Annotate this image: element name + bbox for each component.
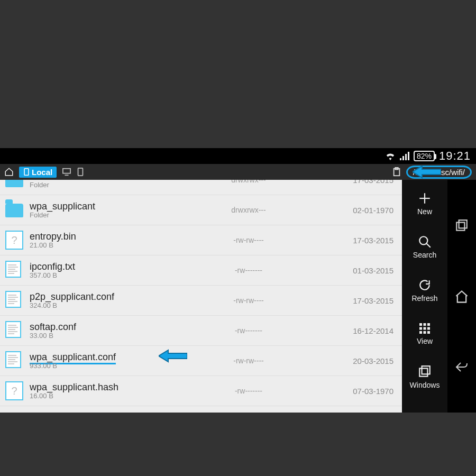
wifi-icon [385,152,396,160]
file-name: entropy.bin [30,231,167,242]
new-button[interactable]: New [402,183,447,224]
home-nav-icon[interactable] [454,289,469,304]
svg-rect-25 [424,331,426,334]
home-icon[interactable] [4,167,14,177]
file-meta: 16.00 B [30,392,167,400]
file-permissions: -rw-rw---- [167,296,330,305]
file-list[interactable]: socketsFolderdrwxrwx---17-03-2015wpa_sup… [0,180,402,413]
file-row[interactable]: wpa_supplicant.conf933.00 B-rw-rw----20-… [0,346,402,376]
svg-rect-0 [400,158,401,160]
file-date: 17-03-2015 [330,180,397,185]
svg-rect-4 [24,169,29,175]
android-nav-bar [447,180,476,413]
location-bar: Local /data/misc/wifi/ [0,164,476,180]
new-label: New [417,207,432,216]
battery-indicator: 82% [414,151,435,161]
action-sidebar: New Search Refresh View Windows [402,180,447,413]
svg-rect-20 [427,323,430,326]
file-permissions: -rw------- [167,387,330,395]
file-permissions: -rw-rw---- [167,356,330,365]
file-row[interactable]: softap.conf33.00 B-rw-------16-12-2014 [0,316,402,346]
file-row[interactable]: ?wpa_supplicant.hash16.00 B-rw-------07-… [0,376,402,406]
refresh-button[interactable]: Refresh [402,270,447,311]
file-name: wpa_supplicant [30,201,167,212]
refresh-label: Refresh [411,294,437,303]
device-frame: 82% 19:21 Local /data/misc/wifi/ sockets… [0,148,476,413]
svg-rect-21 [419,327,422,330]
signal-icon [400,152,409,160]
file-meta: Folder [30,181,167,189]
tab-local[interactable]: Local [19,167,57,178]
svg-rect-19 [424,323,426,326]
android-status-bar: 82% 19:21 [0,148,476,164]
file-row[interactable]: socketsFolderdrwxrwx---17-03-2015 [0,180,402,195]
svg-rect-2 [405,154,407,160]
file-row[interactable]: p2p_supplicant.conf324.00 B-rw-rw----17-… [0,286,402,316]
svg-rect-7 [78,168,83,176]
svg-marker-12 [159,350,187,362]
search-label: Search [413,251,436,259]
file-meta: 33.00 B [30,332,167,340]
file-permissions: -rw-rw---- [167,236,330,244]
file-meta: 357.00 B [30,272,167,279]
annotation-arrow-path [413,165,441,179]
main-area: socketsFolderdrwxrwx---17-03-2015wpa_sup… [0,180,476,413]
annotation-arrow-file [159,349,187,363]
file-date: 01-03-2015 [330,266,397,275]
clock: 19:21 [439,149,471,163]
device-icon[interactable] [77,168,84,176]
view-label: View [417,337,433,345]
file-date: 16-12-2014 [330,326,397,335]
file-permissions: drwxrwx--- [167,206,330,214]
svg-rect-30 [459,220,467,228]
svg-rect-18 [419,323,422,326]
file-row[interactable]: ?entropy.bin21.00 B-rw-rw----17-03-2015 [0,225,402,255]
svg-rect-23 [427,327,430,330]
file-meta: Folder [30,212,167,219]
svg-point-16 [419,236,427,244]
file-name: softap.conf [30,322,167,332]
back-nav-icon[interactable] [454,361,469,373]
svg-rect-1 [402,156,404,160]
file-name: wpa_supplicant.conf [30,352,167,362]
svg-rect-26 [427,331,430,334]
view-button[interactable]: View [402,313,447,354]
svg-rect-24 [419,331,422,334]
file-date: 07-03-1970 [330,387,397,396]
file-date: 20-03-2015 [330,356,397,365]
svg-rect-3 [408,152,409,160]
svg-rect-5 [63,169,70,173]
file-name: p2p_supplicant.conf [30,291,167,302]
recent-apps-icon[interactable] [455,219,469,233]
file-meta: 324.00 B [30,302,167,309]
svg-rect-29 [456,222,464,230]
tab-local-label: Local [32,168,52,177]
file-permissions: -rw------- [167,266,330,274]
file-permissions: -rw------- [167,326,330,335]
svg-rect-28 [422,366,430,374]
svg-rect-22 [424,327,426,330]
file-name: wpa_supplicant.hash [30,382,167,392]
file-date: 17-03-2015 [330,236,397,245]
lan-icon[interactable] [62,168,71,176]
file-date: 17-03-2015 [330,296,397,305]
file-date: 02-01-1970 [330,206,397,215]
windows-label: Windows [410,381,440,389]
clipboard-icon[interactable] [392,167,401,177]
svg-rect-27 [419,369,427,377]
svg-marker-10 [413,166,441,178]
file-meta: 21.00 B [30,242,167,249]
file-row[interactable]: wpa_supplicantFolderdrwxrwx---02-01-1970 [0,195,402,225]
file-row[interactable]: ipconfig.txt357.00 B-rw-------01-03-2015 [0,255,402,286]
svg-line-17 [426,243,431,248]
file-name: ipconfig.txt [30,261,167,272]
search-button[interactable]: Search [402,226,447,268]
file-permissions: drwxrwx--- [167,180,330,184]
windows-button[interactable]: Windows [402,356,447,398]
